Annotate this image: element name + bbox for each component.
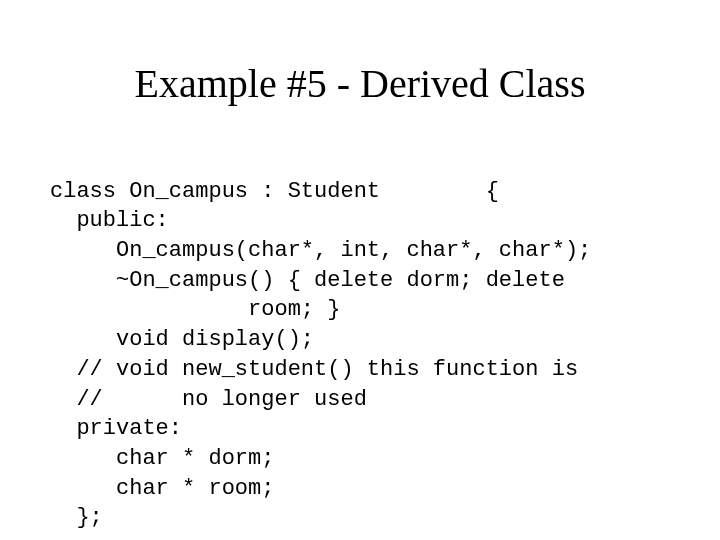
code-line: private:	[50, 416, 182, 441]
code-line: char * room;	[50, 476, 274, 501]
code-line: ~On_campus() { delete dorm; delete	[50, 268, 565, 293]
code-line: room; }	[50, 297, 340, 322]
code-line: public:	[50, 208, 169, 233]
code-block: class On_campus : Student { public: On_c…	[50, 147, 670, 533]
code-line: };	[50, 505, 103, 530]
code-line: On_campus(char*, int, char*, char*);	[50, 238, 591, 263]
code-line: // void new_student() this function is	[50, 357, 578, 382]
slide-title: Example #5 - Derived Class	[50, 60, 670, 107]
code-line: char * dorm;	[50, 446, 274, 471]
code-line: void display();	[50, 327, 314, 352]
code-line: // no longer used	[50, 387, 367, 412]
code-line: class On_campus : Student {	[50, 179, 499, 204]
slide: Example #5 - Derived Class class On_camp…	[0, 0, 720, 540]
